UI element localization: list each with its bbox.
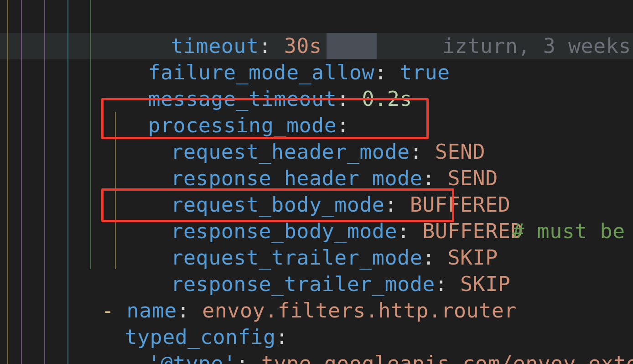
indent-guide [7, 0, 8, 364]
git-blame-annotation: izturn, 3 weeks a [442, 33, 633, 59]
colon: : [236, 351, 249, 364]
code-line[interactable]: response_header_mode: SEND [120, 139, 633, 165]
code-comment: # must be this [462, 192, 633, 218]
indent-guide [90, 0, 91, 269]
code-line[interactable]: typed_config: [74, 297, 633, 324]
code-line[interactable]: request_body_mode: BUFFERED [120, 165, 633, 192]
code-line[interactable]: - name: envoy.filters.http.router [51, 271, 633, 297]
yaml-value: type.googleapis.com/envoy.extensions. [261, 351, 633, 364]
code-line[interactable]: request_header_mode: SEND [120, 112, 633, 139]
code-line[interactable]: processing_mode: [98, 86, 633, 112]
code-editor[interactable]: timeout: 30s failure_mode_allow: true iz… [0, 0, 633, 364]
yaml-key: '@type' [148, 351, 236, 364]
code-line[interactable]: response_trailer_mode: SKIP [120, 244, 633, 271]
code-line[interactable]: timeout: 30s [120, 6, 633, 33]
code-line[interactable]: request_trailer_mode: SKIP [120, 218, 633, 244]
indent-guide [21, 0, 22, 364]
code-line[interactable]: '@type': type.googleapis.com/envoy.exten… [98, 324, 633, 350]
code-line[interactable]: message_timeout: 0.2s [98, 59, 633, 86]
indent-guide [44, 0, 45, 364]
